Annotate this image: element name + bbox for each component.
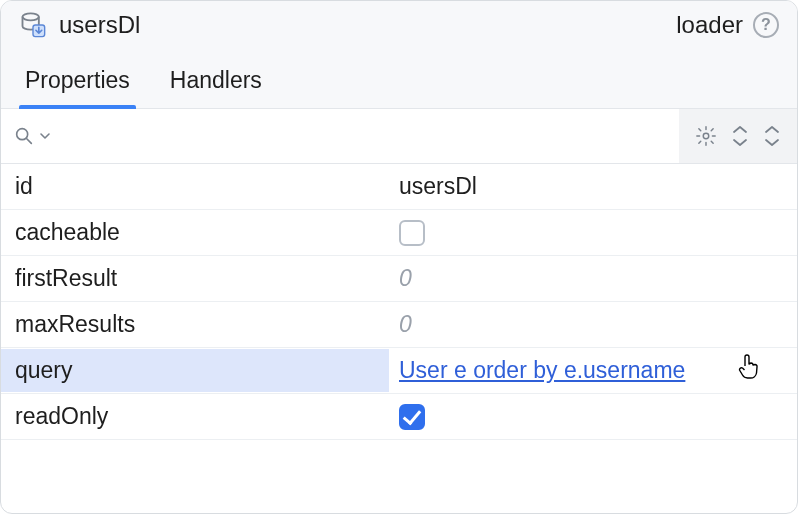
property-value-readonly <box>389 396 797 438</box>
header-right: loader ? <box>676 11 779 39</box>
help-icon[interactable]: ? <box>753 12 779 38</box>
tabs: Properties Handlers <box>1 45 797 109</box>
gear-icon[interactable] <box>695 125 717 147</box>
property-row-firstresult[interactable]: firstResult 0 <box>1 256 797 302</box>
properties-panel: usersDl loader ? Properties Handlers <box>0 0 798 514</box>
svg-point-0 <box>23 13 39 20</box>
property-value-query: User e order by e.username <box>389 349 797 392</box>
property-row-readonly[interactable]: readOnly <box>1 394 797 440</box>
expand-all-icon[interactable] <box>763 125 781 147</box>
property-value-id[interactable]: usersDl <box>389 165 797 208</box>
search-input[interactable] <box>55 117 667 155</box>
tab-handlers[interactable]: Handlers <box>170 67 262 108</box>
readonly-checkbox[interactable] <box>399 404 425 430</box>
component-name: usersDl <box>59 11 140 39</box>
property-name: query <box>1 349 389 392</box>
property-name: firstResult <box>1 257 389 300</box>
collapse-all-icon[interactable] <box>731 125 749 147</box>
property-name: maxResults <box>1 303 389 346</box>
component-type-label: loader <box>676 11 743 39</box>
property-value-maxresults[interactable]: 0 <box>389 303 797 346</box>
header-left: usersDl <box>19 11 140 39</box>
tab-properties[interactable]: Properties <box>25 67 130 108</box>
database-loader-icon <box>19 11 47 39</box>
pointer-cursor-icon <box>737 352 763 388</box>
panel-header: usersDl loader ? <box>1 1 797 45</box>
search-toolbar <box>1 109 797 164</box>
search-icon[interactable] <box>13 125 35 147</box>
svg-point-4 <box>703 133 709 139</box>
properties-table: id usersDl cacheable firstResult 0 maxRe… <box>1 164 797 440</box>
property-name: cacheable <box>1 211 389 254</box>
property-name: id <box>1 165 389 208</box>
property-row-query[interactable]: query User e order by e.username <box>1 348 797 394</box>
property-row-cacheable[interactable]: cacheable <box>1 210 797 256</box>
search-wrapper <box>1 109 679 163</box>
toolbar-actions <box>679 109 797 163</box>
query-link[interactable]: User e order by e.username <box>399 357 685 384</box>
search-dropdown-icon[interactable] <box>39 130 51 142</box>
property-name: readOnly <box>1 395 389 438</box>
svg-line-3 <box>27 139 32 144</box>
svg-point-2 <box>17 129 28 140</box>
property-row-maxresults[interactable]: maxResults 0 <box>1 302 797 348</box>
cacheable-checkbox[interactable] <box>399 220 425 246</box>
property-value-firstresult[interactable]: 0 <box>389 257 797 300</box>
property-value-cacheable <box>389 212 797 254</box>
property-row-id[interactable]: id usersDl <box>1 164 797 210</box>
